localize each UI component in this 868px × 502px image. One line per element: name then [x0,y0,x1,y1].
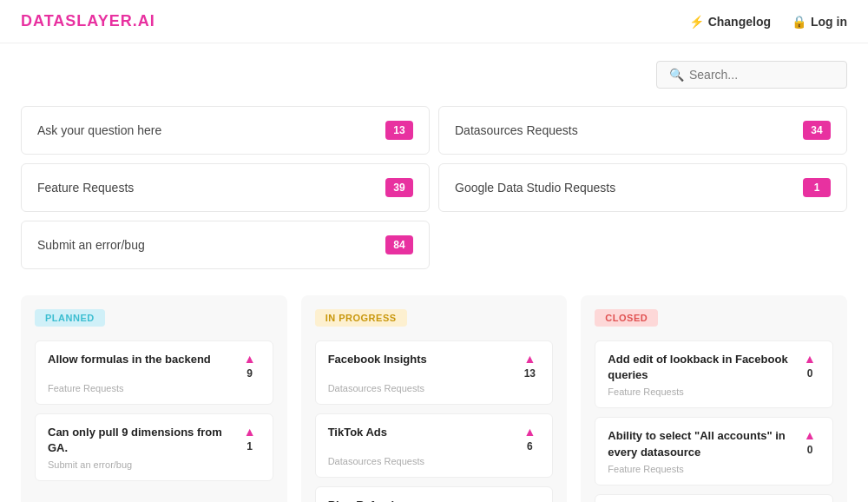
kanban-tag: PLANNED [35,309,105,327]
vote-count: 13 [524,367,536,380]
category-card[interactable]: Submit an error/bug 84 [21,221,430,269]
kanban-item-vote: ▲ 0 [799,428,820,456]
kanban-item-top: Facebook Insights ▲ 13 [328,352,541,380]
logo: DATASLAYER.AI [21,12,155,30]
upvote-icon[interactable]: ▲ [523,498,536,502]
upvote-icon[interactable]: ▲ [804,352,816,366]
upvote-icon[interactable]: ▲ [244,425,256,439]
kanban-item-subcategory: Submit an error/bug [48,459,260,470]
kanban-item: Ability to select "All accounts" in ever… [595,417,833,485]
category-badge: 84 [385,235,413,254]
category-badge: 34 [803,121,831,140]
kanban-item-vote: ▲ 6 [519,425,540,452]
kanban-item-vote: ▲ 1 [240,425,260,452]
bolt-icon: ⚡ [689,15,704,29]
login-label: Log in [811,15,847,29]
upvote-icon[interactable]: ▲ [523,425,536,439]
kanban-column: PLANNED Allow formulas in the backend ▲ … [21,295,287,502]
kanban-item-title: Allow formulas in the backend [48,352,233,367]
search-area: 🔍 [0,43,868,97]
kanban-item-top: Allow formulas in the backend ▲ 9 [48,352,260,380]
upvote-icon[interactable]: ▲ [804,428,816,442]
category-badge: 13 [385,121,413,140]
kanban-item-top: Add edit of lookback in Facebook queries… [608,352,820,383]
kanban-tag: IN PROGRESS [315,309,407,327]
kanban-item-title: Can only pull 9 dimensions from GA. [48,425,233,456]
kanban-item-vote: ▲ 0 [799,352,820,380]
category-label: Ask your question here [37,123,161,137]
search-box: 🔍 [656,61,847,89]
upvote-icon[interactable]: ▲ [523,352,536,366]
kanban-item-title: Add edit of lookback in Facebook queries [608,352,792,383]
category-card[interactable]: Datasources Requests 34 [438,106,847,155]
changelog-label: Changelog [708,15,771,29]
vote-count: 1 [247,440,253,452]
kanban-column-header: IN PROGRESS [315,309,554,327]
kanban-item-title: Facebook Insights [328,352,513,367]
category-card[interactable]: Feature Requests 39 [21,163,430,212]
kanban-item-subcategory: Feature Requests [48,383,260,393]
kanban-item-vote: ▲ 13 [519,352,540,380]
kanban-section: PLANNED Allow formulas in the backend ▲ … [0,278,868,502]
kanban-item-subcategory: Datasources Requests [328,456,541,466]
categories-grid: Ask your question here 13 Datasources Re… [0,97,868,278]
kanban-item-top: Bing Refresh ▲ 1 [328,498,541,502]
vote-count: 0 [807,367,813,380]
changelog-button[interactable]: ⚡ Changelog [689,15,771,29]
kanban-item: Add a more specific explanation in sched… [595,494,833,502]
lock-icon: 🔒 [792,15,806,29]
category-card[interactable]: Ask your question here 13 [21,106,430,155]
kanban-column-header: PLANNED [35,309,273,327]
kanban-item: Can only pull 9 dimensions from GA. ▲ 1 … [35,413,273,481]
vote-count: 6 [527,440,533,452]
kanban-item-subcategory: Feature Requests [608,464,820,474]
kanban-item-title: TikTok Ads [328,425,513,440]
category-card[interactable]: Google Data Studio Requests 1 [438,163,847,212]
category-label: Submit an error/bug [37,238,145,252]
kanban-column: IN PROGRESS Facebook Insights ▲ 13 Datas… [301,295,568,502]
vote-count: 0 [807,444,813,456]
kanban-tag: CLOSED [595,309,658,327]
header: DATASLAYER.AI ⚡ Changelog 🔒 Log in [0,0,868,43]
kanban-item: Allow formulas in the backend ▲ 9 Featur… [35,340,273,405]
kanban-item-top: TikTok Ads ▲ 6 [328,425,541,452]
kanban-item: Facebook Insights ▲ 13 Datasources Reque… [315,340,554,405]
kanban-item-vote: ▲ 1 [519,498,540,502]
kanban-item: Bing Refresh ▲ 1 Submit an error/bug [315,486,554,502]
vote-count: 9 [247,367,253,380]
header-right: ⚡ Changelog 🔒 Log in [689,15,847,29]
kanban-item-top: Can only pull 9 dimensions from GA. ▲ 1 [48,425,260,456]
kanban-item: TikTok Ads ▲ 6 Datasources Requests [315,413,554,478]
kanban-item-vote: ▲ 9 [240,352,260,380]
kanban-item-title: Bing Refresh [328,498,513,502]
kanban-item-subcategory: Datasources Requests [328,383,541,393]
search-input[interactable] [689,68,834,82]
category-label: Feature Requests [37,181,134,195]
login-button[interactable]: 🔒 Log in [792,15,847,29]
kanban-item-top: Ability to select "All accounts" in ever… [608,428,820,459]
search-icon: 🔍 [669,68,684,82]
category-badge: 1 [803,178,831,197]
kanban-column: CLOSED Add edit of lookback in Facebook … [581,295,847,502]
kanban-item-title: Ability to select "All accounts" in ever… [608,428,792,459]
kanban-item-subcategory: Feature Requests [608,386,820,397]
kanban-column-header: CLOSED [595,309,833,327]
upvote-icon[interactable]: ▲ [244,352,256,366]
category-badge: 39 [385,178,413,197]
category-label: Datasources Requests [455,123,578,137]
category-label: Google Data Studio Requests [455,181,615,195]
kanban-item: Add edit of lookback in Facebook queries… [595,340,833,408]
